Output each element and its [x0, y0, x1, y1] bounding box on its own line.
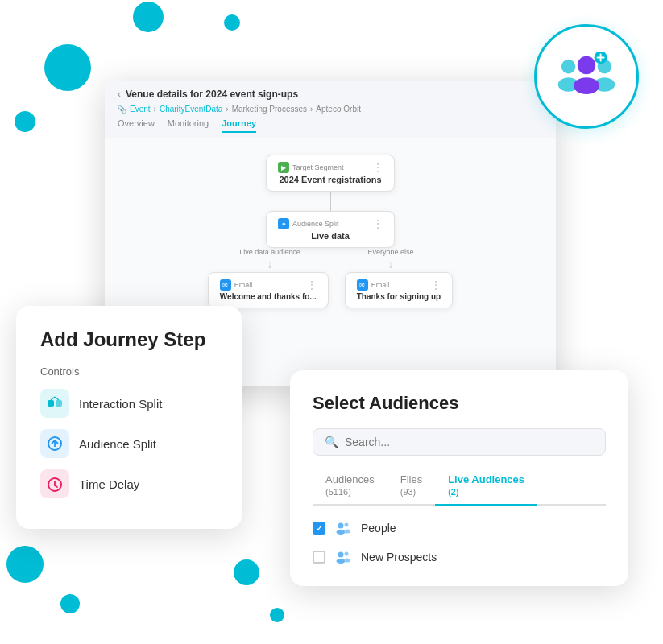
control-time-delay[interactable]: Time Delay	[40, 469, 218, 498]
deco-circle-6	[60, 594, 80, 613]
svg-line-8	[55, 485, 57, 487]
deco-circle-7	[234, 559, 259, 585]
time-delay-label: Time Delay	[79, 477, 139, 491]
search-icon: 🔍	[325, 436, 338, 448]
user-group-circle	[534, 24, 639, 129]
audience-name-people: People	[361, 522, 396, 535]
browser-header: ‹ Venue details for 2024 event sign-ups …	[105, 80, 556, 138]
add-journey-title: Add Journey Step	[40, 328, 218, 351]
flow-container: ▶ Target Segment ⋮ 2024 Event registrati…	[121, 155, 540, 308]
email2-title: Thanks for signing up	[357, 292, 441, 301]
audience-item-new-prospects[interactable]: New Prospects	[313, 547, 606, 567]
svg-rect-1	[56, 400, 62, 407]
svg-point-14	[337, 559, 346, 564]
add-journey-step-card: Add Journey Step Controls Interaction Sp…	[16, 306, 242, 529]
browser-back-button[interactable]: ‹	[118, 89, 121, 100]
tab-overview[interactable]: Overview	[118, 118, 155, 133]
email1-icon: ✉	[220, 279, 231, 291]
svg-point-21	[578, 56, 595, 74]
email1-type: ✉ Email	[220, 279, 253, 291]
breadcrumb-marketing: Marketing Processes	[232, 105, 307, 114]
svg-rect-0	[48, 400, 54, 407]
select-audiences-card: Select Audiences 🔍 Audiences (5116) File…	[290, 370, 628, 586]
user-group-svg	[554, 52, 619, 101]
email-nodes-row: ✉ Email ⋮ Welcome and thanks fo... ✉ Ema…	[208, 272, 453, 308]
people-icon	[334, 518, 353, 538]
split-section: Live data audience Everyone else ↓ ↓ ✉ E…	[201, 248, 459, 308]
node-menu-dots[interactable]: ⋮	[373, 162, 383, 173]
breadcrumb-apteco: Apteco Orbit	[316, 105, 361, 114]
deco-circle-3	[44, 44, 91, 91]
audience-name-new-prospects: New Prospects	[361, 551, 437, 564]
controls-label: Controls	[40, 365, 218, 378]
interaction-split-label: Interaction Split	[79, 397, 162, 411]
connector-1	[330, 192, 331, 211]
breadcrumb-charityeventdata[interactable]: CharityEventData	[160, 105, 222, 114]
svg-point-15	[345, 552, 349, 556]
node2-menu-dots[interactable]: ⋮	[373, 218, 383, 229]
svg-point-12	[344, 530, 350, 534]
split-label-row: Live data audience Everyone else	[218, 248, 443, 256]
checkbox-people[interactable]	[313, 522, 325, 535]
audience-list: People New Prospects	[313, 518, 606, 567]
email1-title: Welcome and thanks fo...	[220, 292, 317, 301]
interaction-split-icon	[40, 389, 69, 418]
email-node-1[interactable]: ✉ Email ⋮ Welcome and thanks fo...	[208, 272, 329, 308]
node1-title: 2024 Event registrations	[278, 175, 383, 184]
svg-point-13	[338, 552, 344, 558]
tab-monitoring[interactable]: Monitoring	[168, 118, 209, 133]
split-label-right: Everyone else	[338, 248, 443, 256]
tab-journey[interactable]: Journey	[222, 118, 256, 133]
split-arrows-row: ↓ ↓	[218, 258, 443, 270]
control-audience-split[interactable]: Audience Split	[40, 429, 218, 458]
audience-tabs: Audiences (5116) Files (93) Live Audienc…	[313, 469, 606, 506]
audience-split-node[interactable]: ✦ Audience Split ⋮ Live data	[266, 211, 395, 248]
deco-circle-1	[133, 2, 164, 32]
deco-circle-5	[6, 546, 44, 583]
node-type-label: ▶ Target Segment	[278, 162, 344, 173]
svg-point-22	[574, 77, 599, 94]
search-bar: 🔍	[313, 428, 606, 456]
svg-point-16	[344, 559, 350, 563]
svg-point-11	[345, 523, 349, 527]
breadcrumb-event[interactable]: Event	[130, 105, 151, 114]
audience-split-label: Audience Split	[79, 437, 156, 451]
email2-icon: ✉	[357, 279, 368, 291]
browser-tabs: Overview Monitoring Journey	[118, 118, 543, 133]
new-prospects-icon	[334, 547, 353, 567]
select-audiences-title: Select Audiences	[313, 393, 606, 414]
email2-dots[interactable]: ⋮	[431, 279, 441, 291]
search-input[interactable]	[345, 436, 594, 448]
deco-circle-2	[224, 14, 240, 31]
node2-icon: ✦	[278, 218, 289, 229]
time-delay-icon	[40, 469, 69, 498]
node-icon: ▶	[278, 162, 289, 173]
svg-line-2	[51, 397, 55, 400]
svg-point-17	[561, 60, 576, 74]
tab-live-audiences[interactable]: Live Audiences (2)	[435, 469, 537, 506]
browser-nav: ‹ Venue details for 2024 event sign-ups	[118, 89, 543, 100]
arrow-right: ↓	[338, 258, 443, 270]
svg-point-9	[338, 523, 344, 529]
arrow-left: ↓	[218, 258, 322, 270]
audience-split-icon	[40, 429, 69, 458]
email2-type: ✉ Email	[357, 279, 390, 291]
browser-title: Venue details for 2024 event sign-ups	[126, 89, 298, 100]
breadcrumb: 📎 Event › CharityEventData › Marketing P…	[118, 105, 543, 114]
svg-line-3	[55, 397, 59, 400]
audience-item-people[interactable]: People	[313, 518, 606, 538]
target-segment-node[interactable]: ▶ Target Segment ⋮ 2024 Event registrati…	[266, 155, 395, 192]
tab-files[interactable]: Files (93)	[387, 469, 435, 504]
email-node-2[interactable]: ✉ Email ⋮ Thanks for signing up	[345, 272, 453, 308]
email1-dots[interactable]: ⋮	[307, 279, 317, 291]
deco-circle-4	[15, 111, 35, 132]
tab-audiences[interactable]: Audiences (5116)	[313, 469, 387, 504]
split-label-left: Live data audience	[218, 248, 322, 256]
control-interaction-split[interactable]: Interaction Split	[40, 389, 218, 418]
svg-point-10	[337, 530, 346, 535]
checkbox-new-prospects[interactable]	[313, 551, 325, 564]
node2-title: Live data	[278, 231, 383, 241]
node2-type-label: ✦ Audience Split	[278, 218, 339, 229]
deco-circle-8	[270, 608, 284, 622]
